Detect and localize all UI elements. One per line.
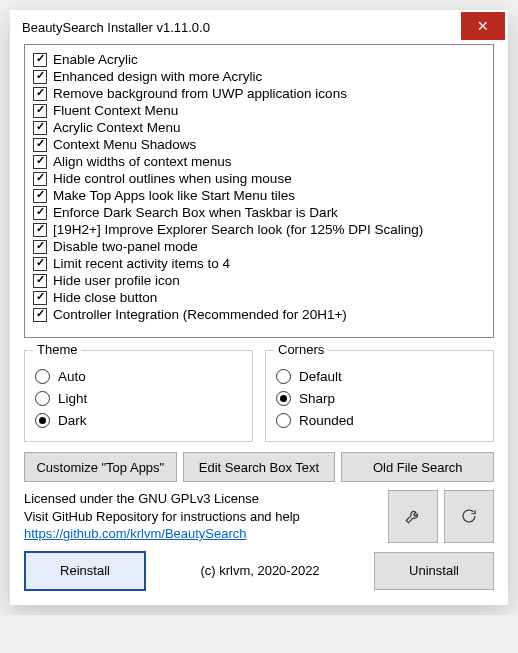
checkbox-icon[interactable]	[33, 308, 47, 322]
theme-option[interactable]: Dark	[35, 409, 242, 431]
theme-legend: Theme	[33, 342, 81, 357]
theme-option-label: Light	[58, 391, 87, 406]
refresh-button[interactable]	[444, 490, 494, 543]
checklist-item-label: Hide close button	[53, 289, 157, 306]
checklist-item-label: [19H2+] Improve Explorer Search look (fo…	[53, 221, 423, 238]
checklist-item[interactable]: Limit recent activity items to 4	[29, 255, 489, 272]
corners-option[interactable]: Rounded	[276, 409, 483, 431]
uninstall-button[interactable]: Uninstall	[374, 552, 494, 590]
checklist-item[interactable]: Context Menu Shadows	[29, 136, 489, 153]
copyright-text: (c) krlvm, 2020-2022	[152, 563, 368, 578]
theme-option-label: Auto	[58, 369, 86, 384]
action-buttons-row: Customize "Top Apps" Edit Search Box Tex…	[24, 452, 494, 482]
radio-icon[interactable]	[276, 391, 291, 406]
checkbox-icon[interactable]	[33, 240, 47, 254]
radio-icon[interactable]	[35, 369, 50, 384]
checklist-item[interactable]: Remove background from UWP application i…	[29, 85, 489, 102]
radio-icon[interactable]	[35, 391, 50, 406]
theme-option[interactable]: Auto	[35, 365, 242, 387]
checkbox-icon[interactable]	[33, 70, 47, 84]
checklist-item-label: Acrylic Context Menu	[53, 119, 181, 136]
corners-option-label: Sharp	[299, 391, 335, 406]
checklist-item[interactable]: Hide control outlines when using mouse	[29, 170, 489, 187]
radio-icon[interactable]	[35, 413, 50, 428]
checkbox-icon[interactable]	[33, 53, 47, 67]
checklist-item-label: Disable two-panel mode	[53, 238, 198, 255]
checkbox-icon[interactable]	[33, 172, 47, 186]
checklist-item-label: Enable Acrylic	[53, 51, 138, 68]
checkbox-icon[interactable]	[33, 206, 47, 220]
checklist-item-label: Make Top Apps look like Start Menu tiles	[53, 187, 295, 204]
license-info: Licensed under the GNU GPLv3 License Vis…	[24, 490, 382, 543]
checkbox-icon[interactable]	[33, 121, 47, 135]
close-icon: ✕	[477, 19, 489, 33]
checklist-item[interactable]: Make Top Apps look like Start Menu tiles	[29, 187, 489, 204]
corners-legend: Corners	[274, 342, 328, 357]
groups-row: Theme AutoLightDark Corners DefaultSharp…	[24, 350, 494, 442]
checkbox-icon[interactable]	[33, 274, 47, 288]
checklist-item-label: Context Menu Shadows	[53, 136, 196, 153]
corners-option-label: Rounded	[299, 413, 354, 428]
checklist-item[interactable]: Acrylic Context Menu	[29, 119, 489, 136]
theme-group: Theme AutoLightDark	[24, 350, 253, 442]
checklist-item[interactable]: Align widths of context menus	[29, 153, 489, 170]
close-button[interactable]: ✕	[461, 12, 505, 40]
old-file-search-button[interactable]: Old File Search	[341, 452, 494, 482]
settings-button[interactable]	[388, 490, 438, 543]
checklist-item[interactable]: Hide user profile icon	[29, 272, 489, 289]
checklist-item[interactable]: Hide close button	[29, 289, 489, 306]
radio-icon[interactable]	[276, 413, 291, 428]
license-line2: Visit GitHub Repository for instructions…	[24, 509, 300, 524]
titlebar: BeautySearch Installer v1.11.0.0 ✕	[10, 10, 508, 44]
checklist-item[interactable]: [19H2+] Improve Explorer Search look (fo…	[29, 221, 489, 238]
checklist-item[interactable]: Enforce Dark Search Box when Taskbar is …	[29, 204, 489, 221]
checkbox-icon[interactable]	[33, 87, 47, 101]
checklist-item-label: Enhanced design with more Acrylic	[53, 68, 262, 85]
reinstall-button[interactable]: Reinstall	[24, 551, 146, 591]
checklist-item-label: Limit recent activity items to 4	[53, 255, 230, 272]
checklist-item[interactable]: Enable Acrylic	[29, 51, 489, 68]
checkbox-icon[interactable]	[33, 138, 47, 152]
theme-option[interactable]: Light	[35, 387, 242, 409]
checklist-item-label: Controller Integration (Recommended for …	[53, 306, 347, 323]
license-line1: Licensed under the GNU GPLv3 License	[24, 491, 259, 506]
checklist-item[interactable]: Fluent Context Menu	[29, 102, 489, 119]
checkbox-icon[interactable]	[33, 155, 47, 169]
checklist-item-label: Align widths of context menus	[53, 153, 232, 170]
wrench-icon	[404, 507, 422, 525]
checklist-item[interactable]: Enhanced design with more Acrylic	[29, 68, 489, 85]
checklist-item-label: Remove background from UWP application i…	[53, 85, 347, 102]
info-row: Licensed under the GNU GPLv3 License Vis…	[24, 490, 494, 543]
checkbox-icon[interactable]	[33, 257, 47, 271]
corners-option-label: Default	[299, 369, 342, 384]
corners-option[interactable]: Default	[276, 365, 483, 387]
checklist-item[interactable]: Disable two-panel mode	[29, 238, 489, 255]
edit-search-box-button[interactable]: Edit Search Box Text	[183, 452, 336, 482]
bottom-row: Reinstall (c) krlvm, 2020-2022 Uninstall	[24, 551, 494, 591]
checkbox-icon[interactable]	[33, 104, 47, 118]
checkbox-icon[interactable]	[33, 291, 47, 305]
radio-icon[interactable]	[276, 369, 291, 384]
checklist-item-label: Fluent Context Menu	[53, 102, 178, 119]
corners-option[interactable]: Sharp	[276, 387, 483, 409]
checkbox-icon[interactable]	[33, 189, 47, 203]
checkbox-icon[interactable]	[33, 223, 47, 237]
customize-top-apps-button[interactable]: Customize "Top Apps"	[24, 452, 177, 482]
installer-window: BeautySearch Installer v1.11.0.0 ✕ Enabl…	[10, 10, 508, 605]
corners-group: Corners DefaultSharpRounded	[265, 350, 494, 442]
checklist-item[interactable]: Controller Integration (Recommended for …	[29, 306, 489, 323]
checklist-item-label: Hide control outlines when using mouse	[53, 170, 292, 187]
content-area: Enable AcrylicEnhanced design with more …	[10, 44, 508, 605]
checklist-item-label: Enforce Dark Search Box when Taskbar is …	[53, 204, 338, 221]
options-checklist[interactable]: Enable AcrylicEnhanced design with more …	[24, 44, 494, 338]
checklist-item-label: Hide user profile icon	[53, 272, 180, 289]
github-link[interactable]: https://github.com/krlvm/BeautySearch	[24, 526, 247, 541]
theme-option-label: Dark	[58, 413, 87, 428]
window-title: BeautySearch Installer v1.11.0.0	[22, 20, 461, 35]
refresh-icon	[460, 507, 478, 525]
